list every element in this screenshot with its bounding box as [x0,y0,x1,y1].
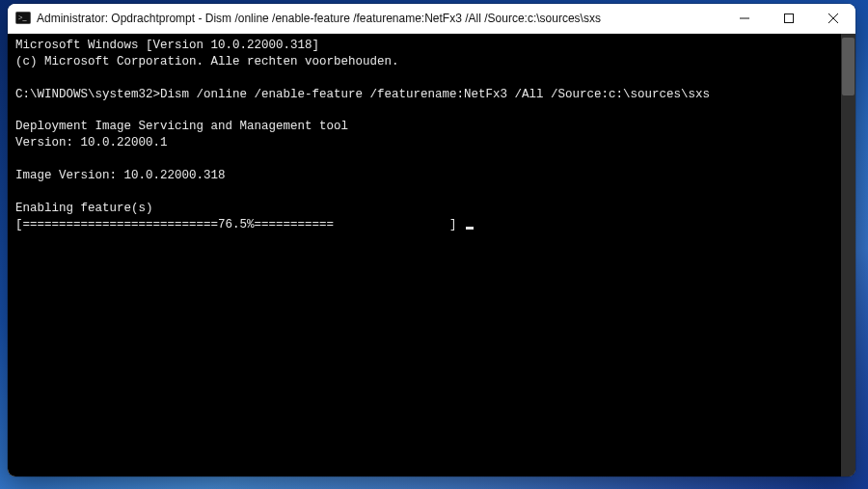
command-text: Dism /online /enable-feature /featurenam… [160,88,710,101]
close-button[interactable] [811,4,855,33]
vertical-scrollbar[interactable] [841,34,855,476]
progress-bar-line: [===========================76.5%=======… [15,218,464,231]
command-prompt-window: >_ Administrator: Opdrachtprompt - Dism … [8,4,855,476]
svg-text:>_: >_ [18,14,28,22]
maximize-button[interactable] [767,4,811,33]
enabling-line: Enabling feature(s) [15,202,153,215]
svg-rect-3 [785,14,794,23]
prompt-path: C:\WINDOWS\system32> [15,88,160,101]
window-title: Administrator: Opdrachtprompt - Dism /on… [37,12,722,25]
dism-tool-line: Deployment Image Servicing and Managemen… [15,120,348,133]
text-cursor [466,227,474,230]
image-version-line: Image Version: 10.0.22000.318 [15,169,226,182]
scrollbar-thumb[interactable] [842,38,854,95]
os-version-line: Microsoft Windows [Version 10.0.22000.31… [15,39,319,52]
dism-version-line: Version: 10.0.22000.1 [15,136,168,149]
cmd-icon: >_ [15,11,31,26]
minimize-button[interactable] [722,4,767,33]
terminal-output[interactable]: Microsoft Windows [Version 10.0.22000.31… [8,34,855,476]
titlebar[interactable]: >_ Administrator: Opdrachtprompt - Dism … [8,4,855,34]
copyright-line: (c) Microsoft Corporation. Alle rechten … [15,55,399,68]
window-controls [722,4,855,33]
